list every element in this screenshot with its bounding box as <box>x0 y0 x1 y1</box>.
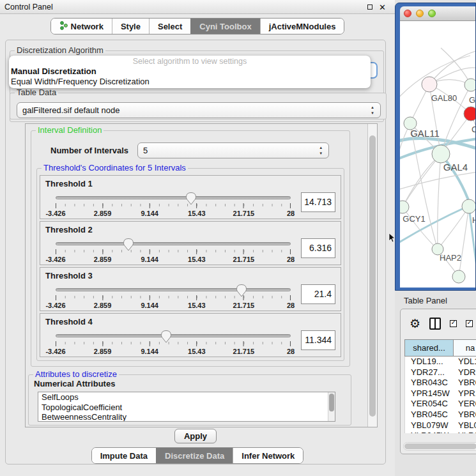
group-title: Threshold's Coordinates for 5 Intervals <box>42 163 188 173</box>
table-cell: YBL079W <box>405 420 454 431</box>
table-row[interactable]: YLR345WYLR3 <box>405 431 476 433</box>
threshold-value-field[interactable]: 21.4 <box>301 284 335 304</box>
table-row[interactable]: YDL19...YDL1 <box>405 357 476 367</box>
table-row[interactable]: YBR045CYBR0 <box>405 410 476 420</box>
slider-ticks <box>56 203 291 209</box>
number-of-intervals-value: 5 <box>143 146 148 155</box>
network-node-bottom[interactable] <box>452 270 465 283</box>
tick-label: 28 <box>287 302 295 309</box>
slider-track[interactable] <box>56 196 291 199</box>
column-header-shared[interactable]: shared... <box>405 340 454 356</box>
tab-label: Style <box>121 22 141 31</box>
cyni-toolbox-pane: Discretization Algorithm Select algorith… <box>5 40 386 464</box>
table-cell: YDL1 <box>454 357 476 367</box>
attribute-list-item[interactable]: TopologicalCoefficient <box>38 403 335 413</box>
slider-track[interactable] <box>56 334 291 337</box>
checkbox-icon[interactable] <box>450 320 457 327</box>
table-row[interactable]: YDR27...YDR2 <box>405 367 476 378</box>
table-data-combobox[interactable]: galFiltered.sif default node ▲▼ <box>17 102 381 118</box>
tab-cyni-toolbox[interactable]: Cyni Toolbox <box>190 19 259 34</box>
table-data-group: Table Data galFiltered.sif default node … <box>10 93 387 119</box>
tab-label: Infer Network <box>242 451 295 461</box>
tick-label: 28 <box>287 348 295 355</box>
table-cell: YDR2 <box>454 367 476 378</box>
tab-discretize-data[interactable]: Discretize Data <box>156 448 233 463</box>
network-node-gal80[interactable] <box>422 77 437 92</box>
gear-icon[interactable]: ⚙ <box>410 318 420 330</box>
network-node-gcy1[interactable] <box>400 201 409 213</box>
threshold-value-field[interactable]: 14.713 <box>301 192 335 212</box>
network-node-h[interactable] <box>462 199 475 213</box>
tab-label: Impute Data <box>100 451 148 461</box>
zoom-traffic-light-icon[interactable] <box>428 10 436 17</box>
control-panel-titlebar: Control Panel ✕ <box>0 0 395 14</box>
table-horizontal-scrollbar[interactable] <box>403 442 476 450</box>
number-of-intervals-label: Number of Intervals <box>50 146 128 155</box>
slider-thumb[interactable] <box>236 284 247 297</box>
slider-track[interactable] <box>56 288 291 291</box>
group-title: Table Data <box>15 88 58 97</box>
thresholds-group: Threshold's Coordinates for 5 Intervals … <box>36 168 344 361</box>
threshold-value-field[interactable]: 6.316 <box>301 238 335 258</box>
close-icon[interactable]: ✕ <box>379 3 386 12</box>
network-node-top-right[interactable] <box>464 79 475 91</box>
threshold-value-field[interactable]: 11.344 <box>301 330 335 350</box>
table-cell: YBR043C <box>405 378 454 388</box>
tab-impute-data[interactable]: Impute Data <box>92 448 156 463</box>
table-cell: YBR0 <box>454 378 476 388</box>
node-table: shared... na YDL19...YDL1YDR27...YDR2YBR… <box>404 339 476 433</box>
node-label: GAL11 <box>410 128 440 139</box>
settings-scrollpane: Interval Definition Number of Intervals … <box>25 123 378 427</box>
table-row[interactable]: YPR145WYPR1 <box>405 388 476 399</box>
dropdown-option-equal-width-frequency[interactable]: Equal Width/Frequency Discretization <box>9 77 371 87</box>
column-header-name[interactable]: na <box>454 340 476 356</box>
tab-jactivemnodules[interactable]: jActiveMNodules <box>260 19 344 34</box>
tab-label: jActiveMNodules <box>269 22 336 31</box>
settings-scrollbar[interactable] <box>367 124 377 427</box>
table-row[interactable]: YBL079WYBL0 <box>405 420 476 431</box>
network-view-window: GAL80GAGAL11CGAL4GCY1HHAP2 <box>395 3 476 291</box>
split-pane-icon[interactable] <box>429 318 441 330</box>
float-window-icon[interactable] <box>367 4 372 10</box>
attribute-list-item[interactable]: BetweennessCentrality <box>38 412 335 422</box>
slider-thumb[interactable] <box>186 192 196 205</box>
tick-label: 21.715 <box>233 302 255 309</box>
table-cell: YDR27... <box>405 367 454 378</box>
table-data-value: galFiltered.sif default node <box>22 105 119 115</box>
apply-button[interactable]: Apply <box>174 429 217 443</box>
table-cell: YER0 <box>454 399 476 410</box>
network-window-titlebar[interactable] <box>400 6 475 21</box>
dropdown-option-manual-discretization[interactable]: Manual Discretization <box>9 66 371 77</box>
node-label: GCY1 <box>403 214 425 224</box>
minimize-traffic-light-icon[interactable] <box>416 10 424 17</box>
tab-label: Discretize Data <box>165 451 224 461</box>
mouse-cursor <box>388 233 395 243</box>
table-row[interactable]: YBR043CYBR0 <box>405 378 476 388</box>
number-of-intervals-combobox[interactable]: 5 ▲▼ <box>137 142 329 158</box>
slider-ticks <box>56 295 291 301</box>
network-canvas[interactable]: GAL80GAGAL11CGAL4GCY1HHAP2 <box>400 21 475 288</box>
table-panel: Table Panel ⚙ shared... na YDL19...YDL1Y… <box>395 291 476 476</box>
network-node-gal4[interactable] <box>432 145 450 163</box>
attribute-list-item[interactable]: SelfLoops <box>38 392 335 403</box>
table-panel-box: ⚙ shared... na YDL19...YDL1YDR27...YDR2Y… <box>400 309 476 454</box>
tick-label: 15.43 <box>188 302 206 309</box>
dropdown-prompt: Select algorithm to view settings <box>9 56 371 66</box>
tab-select[interactable]: Select <box>149 19 190 34</box>
slider-thumb[interactable] <box>123 238 134 251</box>
tab-infer-network[interactable]: Infer Network <box>233 448 303 463</box>
group-title: Discretization Algorithm <box>15 45 105 55</box>
tab-style[interactable]: Style <box>112 19 149 34</box>
checkbox-icon[interactable] <box>466 320 473 327</box>
slider-thumb[interactable] <box>161 330 171 343</box>
network-edge <box>438 154 441 249</box>
network-node-red[interactable] <box>464 107 475 121</box>
close-traffic-light-icon[interactable] <box>404 10 411 17</box>
list-scrollbar[interactable] <box>328 392 335 421</box>
tab-network[interactable]: Network <box>51 19 112 34</box>
table-row[interactable]: YER054CYER0 <box>405 399 476 410</box>
threshold-label: Threshold 4 <box>45 317 93 326</box>
tick-label: -3.426 <box>45 210 65 217</box>
control-panel-title: Control Panel <box>4 3 53 12</box>
slider-track[interactable] <box>56 242 291 245</box>
